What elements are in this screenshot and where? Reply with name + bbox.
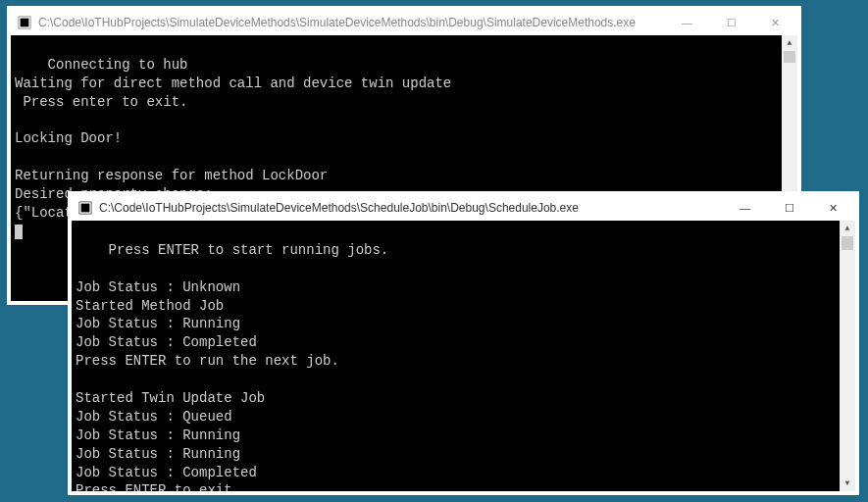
window-title: C:\Code\IoTHubProjects\SimulateDeviceMet… — [99, 201, 723, 215]
app-icon — [17, 15, 32, 30]
console-window-schedule-job: C:\Code\IoTHubProjects\SimulateDeviceMet… — [68, 191, 859, 495]
window-title: C:\Code\IoTHubProjects\SimulateDeviceMet… — [38, 16, 665, 29]
maximize-button[interactable]: ☐ — [709, 10, 753, 35]
close-button[interactable]: ✕ — [753, 10, 797, 35]
text-cursor — [15, 225, 23, 239]
scroll-thumb[interactable] — [784, 51, 795, 63]
minimize-button[interactable]: — — [723, 195, 767, 221]
maximize-button[interactable]: ☐ — [767, 195, 811, 221]
scroll-thumb[interactable] — [842, 236, 853, 250]
scroll-down-button[interactable]: ▼ — [840, 476, 855, 491]
svg-rect-1 — [21, 19, 29, 27]
close-button[interactable]: ✕ — [811, 195, 855, 221]
app-icon — [77, 200, 93, 216]
svg-rect-3 — [81, 204, 90, 213]
console-text: Press ENTER to start running jobs. Job S… — [76, 242, 388, 491]
console-output[interactable]: Press ENTER to start running jobs. Job S… — [72, 221, 855, 491]
minimize-button[interactable]: — — [665, 10, 709, 35]
title-bar[interactable]: C:\Code\IoTHubProjects\SimulateDeviceMet… — [11, 10, 797, 35]
scrollbar[interactable]: ▲ ▼ — [840, 221, 855, 491]
scroll-up-button[interactable]: ▲ — [840, 221, 855, 236]
title-bar[interactable]: C:\Code\IoTHubProjects\SimulateDeviceMet… — [72, 195, 855, 221]
scroll-up-button[interactable]: ▲ — [782, 35, 797, 51]
